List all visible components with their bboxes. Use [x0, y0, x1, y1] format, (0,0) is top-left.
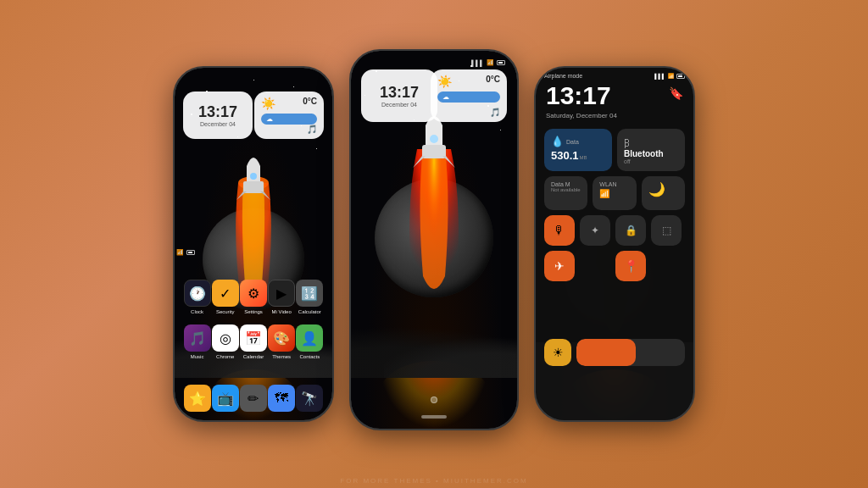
cloud-icon-left: ☁ — [266, 115, 273, 123]
watermark: FOR MORE THEMES • MIUITHEMER.COM — [0, 474, 868, 488]
phone-left: ▌▌▌ 📶 13:17 December 04 ☀️ 0°C ☁ — [173, 66, 334, 422]
signal-icon-center: ▌▌▌ — [471, 60, 484, 66]
dock-item-5[interactable]: 🔭 — [296, 385, 323, 412]
music-icon: 🎵 — [184, 324, 211, 352]
weather-cloud-btn-center[interactable]: ☁ — [437, 92, 500, 103]
home-indicator-center — [421, 415, 447, 419]
dock-item-4[interactable]: 🗺 — [268, 385, 295, 412]
cc-brightness-fill — [576, 339, 636, 366]
app-themes-left[interactable]: 🎨 Themes — [268, 324, 295, 359]
cc-bluetooth-widget[interactable]: Ꞵ Bluetooth off — [617, 129, 685, 171]
star-c7 — [500, 130, 501, 130]
dock-icon-5: 🔭 — [296, 385, 323, 412]
battery-icon-center — [497, 60, 505, 65]
camera-dot-center — [431, 396, 437, 403]
app-row-1-left: 🕐 Clock ✓ Security ⚙ Settings ▶ — [183, 280, 324, 314]
app-root: ▌▌▌ 📶 13:17 December 04 ☀️ 0°C ☁ — [147, 41, 721, 447]
settings-icon: ⚙ — [240, 280, 267, 307]
wifi-icon-center: 📶 — [487, 59, 494, 66]
cc-data-label: Data — [566, 139, 579, 145]
date-display-left: December 04 — [200, 121, 236, 127]
battery-icon-left — [186, 250, 195, 255]
cc-airplane-label: Airplane mode — [544, 73, 582, 79]
app-clock-left[interactable]: 🕐 Clock — [184, 280, 211, 314]
app-calendar-left[interactable]: 📅 Calendar — [240, 324, 267, 359]
cc-mobile-data-status: Not available — [551, 187, 581, 192]
control-center: Airplane mode ▌▌▌ 📶 13:17 Saturday, Dece… — [536, 68, 693, 420]
cc-wlan-label: WLAN — [599, 181, 629, 187]
dock-item-2[interactable]: 📺 — [212, 385, 239, 412]
phone-right: Airplane mode ▌▌▌ 📶 13:17 Saturday, Dece… — [534, 66, 695, 422]
cc-btn-row-2: ✈ 📍 — [544, 251, 685, 281]
dock-icon-2: 📺 — [212, 385, 239, 412]
phones-container: ▌▌▌ 📶 13:17 December 04 ☀️ 0°C ☁ — [147, 41, 721, 447]
cc-buttons-grid: 🎙 ✦ 🔒 ⬚ ✈ 📍 — [544, 215, 685, 286]
cc-sparkle-btn[interactable]: ✦ — [580, 215, 610, 246]
cc-btn-row-1: 🎙 ✦ 🔒 ⬚ — [544, 215, 685, 246]
cc-moon-icon: 🌙 — [648, 182, 665, 197]
calculator-icon: 🔢 — [296, 280, 323, 307]
chrome-icon: ◎ — [212, 324, 239, 352]
cc-bt-top: Ꞵ — [624, 136, 678, 149]
app-calculator-left[interactable]: 🔢 Calculator — [296, 280, 323, 314]
app-security-left[interactable]: ✓ Security — [212, 280, 239, 314]
bottom-hills2-center — [384, 310, 517, 378]
app-grid-left: 🕐 Clock ✓ Security ⚙ Settings ▶ — [175, 280, 332, 369]
cc-night-tile[interactable]: 🌙 — [642, 176, 685, 210]
weather-cloud-btn-left[interactable]: ☁ — [261, 114, 317, 125]
app-mivideo-left[interactable]: ▶ Mi Video — [268, 280, 295, 314]
clock-icon: 🕐 — [184, 280, 211, 307]
cc-data-value-row: 530.1 MB — [551, 147, 605, 162]
cc-time-date-group: 13:17 Saturday, December 04 — [546, 83, 617, 119]
cc-mobile-data-label: Data M — [551, 181, 581, 187]
dock-item-1[interactable]: ⭐ — [184, 385, 211, 412]
music-note-icon-center: 🎵 — [490, 108, 500, 117]
wifi-icon-left: 📶 — [176, 249, 184, 256]
cc-bluetooth-status: off — [624, 158, 678, 164]
time-widget-left[interactable]: 13:17 December 04 — [183, 92, 253, 139]
cc-bookmark-icon: 🔖 — [669, 86, 683, 100]
phone-center-screen: ▌▌▌ 📶 13:17 December 04 ☀️ 0°C ☁ — [351, 51, 517, 429]
weather-top-left: ☀️ 0°C — [261, 97, 317, 110]
time-widget-center[interactable]: 13:17 December 04 — [361, 69, 437, 122]
cc-mobile-data-tile[interactable]: Data M Not available — [544, 176, 587, 210]
cc-rocket-placeholder — [580, 251, 610, 281]
cc-battery-icon — [676, 74, 685, 79]
cc-screen-btn[interactable]: ⬚ — [651, 215, 682, 246]
cc-location-btn[interactable]: 📍 — [615, 251, 646, 281]
cc-time-section: 13:17 Saturday, December 04 🔖 — [546, 83, 683, 119]
dock-item-3[interactable]: ✏ — [240, 385, 267, 412]
dock-icon-4: 🗺 — [268, 385, 295, 412]
phone-center: ▌▌▌ 📶 13:17 December 04 ☀️ 0°C ☁ — [349, 49, 519, 430]
cloud-icon-center: ☁ — [442, 93, 449, 101]
cc-wlan-tile[interactable]: WLAN 📶 — [593, 176, 636, 210]
calendar-icon: 📅 — [240, 324, 267, 352]
cc-bluetooth-label: Bluetooth — [624, 149, 678, 158]
app-music-left[interactable]: 🎵 Music — [184, 324, 211, 359]
weather-widget-center[interactable]: ☀️ 0°C ☁ 🎵 — [431, 69, 507, 122]
cc-data-widget[interactable]: 💧 Data 530.1 MB — [544, 129, 612, 171]
cc-brightness-row: ☀ — [544, 339, 685, 366]
cc-brightness-slider[interactable] — [576, 339, 685, 366]
dock-left: ⭐ 📺 ✏ 🗺 🔭 — [175, 385, 332, 412]
app-contacts-left[interactable]: 👤 Contacts — [296, 324, 323, 359]
cc-brightness-icon[interactable]: ☀ — [544, 339, 571, 366]
cc-lock-btn[interactable]: 🔒 — [615, 215, 646, 246]
weather-sun-icon-left: ☀️ — [261, 97, 275, 110]
status-bar-center: ▌▌▌ 📶 — [471, 59, 505, 66]
cc-data-value: 530.1 — [551, 149, 579, 162]
cc-wifi-icon: 📶 — [668, 73, 674, 79]
cc-microphone-btn[interactable]: 🎙 — [544, 215, 575, 246]
app-chrome-left[interactable]: ◎ Chrome — [212, 324, 239, 359]
weather-sun-icon-center: ☀️ — [437, 75, 452, 88]
app-row-2-left: 🎵 Music ◎ Chrome 📅 Calendar 🎨 — [183, 324, 324, 359]
time-display-left: 13:17 — [198, 104, 237, 119]
rocket-flame-center — [404, 107, 464, 310]
svg-rect-3 — [422, 145, 446, 158]
weather-widget-left[interactable]: ☀️ 0°C ☁ 🎵 — [254, 92, 324, 139]
svg-point-4 — [430, 135, 438, 143]
app-settings-left[interactable]: ⚙ Settings — [240, 280, 267, 314]
mivideo-icon: ▶ — [268, 280, 295, 307]
cc-airplane-btn[interactable]: ✈ — [544, 251, 575, 281]
weather-temp-left: 0°C — [303, 97, 317, 106]
